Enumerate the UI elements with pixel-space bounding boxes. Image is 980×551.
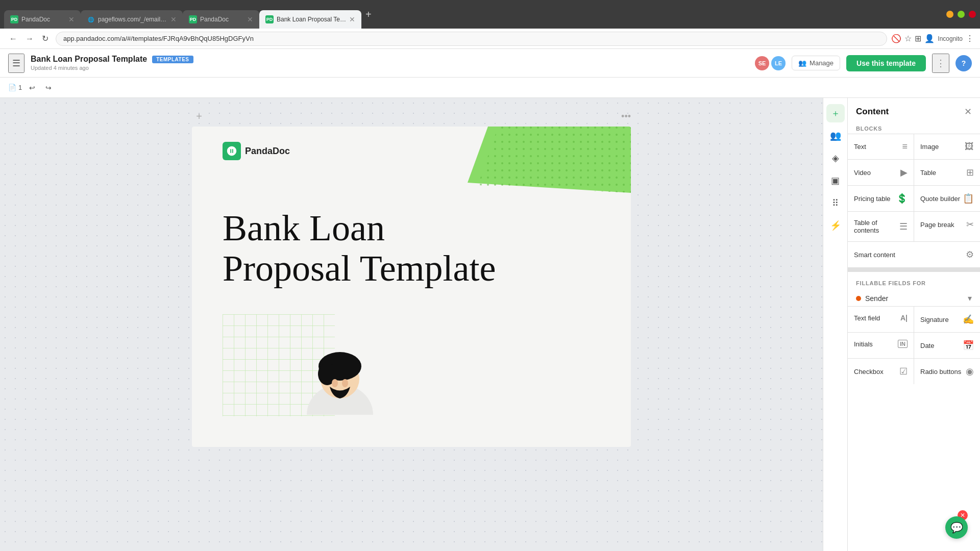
- undo-button[interactable]: ↩: [26, 82, 38, 94]
- sidebar-people-btn[interactable]: 👥: [826, 127, 845, 145]
- url-input[interactable]: [56, 32, 887, 46]
- block-item-smart-top: Smart content ⚙: [854, 249, 974, 260]
- doc-info: Bank Loan Proposal Template TEMPLATES Up…: [31, 55, 193, 71]
- svg-point-8: [342, 379, 348, 387]
- title-line1: Bank Loan: [223, 208, 385, 248]
- avatar-se[interactable]: SE: [755, 56, 769, 70]
- block-pricing-label: Pricing table: [854, 195, 891, 203]
- tab-title-3: PandaDoc: [200, 16, 244, 23]
- block-item-image[interactable]: Image 🖼: [914, 134, 980, 159]
- close-content-panel-button[interactable]: ✕: [964, 106, 972, 117]
- blocks-grid: Text ≡ Image 🖼 Video ▶: [848, 134, 980, 272]
- field-radio-label: Radio buttons: [920, 368, 961, 375]
- sender-row[interactable]: Sender ▾: [848, 290, 980, 306]
- minimize-button[interactable]: [946, 11, 953, 18]
- sidebar-icon-bar: ＋ 👥 ◈ ▣ ⠿ ⚡: [823, 98, 847, 551]
- logo-svg: [226, 145, 237, 157]
- tab-close-1[interactable]: ✕: [68, 15, 75, 23]
- block-item-toc[interactable]: Table of contents ☰: [848, 212, 914, 241]
- star-icon[interactable]: ☆: [904, 34, 912, 43]
- tab-close-3[interactable]: ✕: [247, 15, 253, 23]
- sender-label: Sender: [865, 294, 964, 303]
- field-signature-top: Signature ✍: [920, 314, 974, 325]
- redo-button[interactable]: ↪: [42, 82, 55, 94]
- sender-expand-button[interactable]: ▾: [968, 293, 972, 303]
- forward-button[interactable]: →: [22, 32, 37, 45]
- fields-grid: Text field A| Signature ✍ Initials IN: [848, 306, 980, 384]
- sidebar-shapes-btn[interactable]: ◈: [826, 149, 845, 167]
- address-icons: 🚫 ☆ ⊞ 👤 Incognito ⋮: [891, 34, 974, 43]
- block-item-smart-content[interactable]: Smart content ⚙: [848, 242, 980, 267]
- sidebar-lightning-btn[interactable]: ⚡: [826, 216, 845, 235]
- block-item-text-top: Text ≡: [854, 141, 908, 152]
- sidebar-embed-btn[interactable]: ▣: [826, 171, 845, 190]
- hamburger-menu[interactable]: ☰: [8, 54, 24, 73]
- canvas-area[interactable]: + ••• Panda: [0, 98, 823, 551]
- incognito-label: Incognito: [938, 35, 963, 42]
- field-item-initials[interactable]: Initials IN: [848, 333, 914, 358]
- avatar-group: SE LE: [755, 56, 786, 70]
- field-initials-top: Initials IN: [854, 340, 908, 348]
- browser-tab-3[interactable]: PD PandaDoc ✕: [183, 10, 259, 29]
- tab-close-4[interactable]: ✕: [349, 15, 355, 23]
- block-item-pricing-table[interactable]: Pricing table 💲: [848, 186, 914, 211]
- add-block-top-button[interactable]: +: [192, 109, 206, 123]
- sidebar-add-content-btn[interactable]: ＋: [826, 104, 845, 122]
- field-text-label: Text field: [854, 314, 880, 322]
- help-button[interactable]: ?: [955, 55, 972, 71]
- back-button[interactable]: ←: [6, 32, 20, 45]
- block-item-break-top: Page break ✂: [920, 219, 974, 230]
- sidebar-grid-btn[interactable]: ⠿: [826, 194, 845, 212]
- block-smart-icon: ⚙: [966, 249, 974, 260]
- title-line2: Proposal Template: [223, 248, 496, 289]
- menu-icon[interactable]: ⋮: [966, 34, 974, 43]
- field-item-signature[interactable]: Signature ✍: [914, 307, 980, 332]
- field-signature-icon: ✍: [963, 314, 974, 325]
- browser-tab-1[interactable]: PD PandaDoc ✕: [4, 10, 81, 29]
- close-button[interactable]: [969, 11, 976, 18]
- block-item-page-break[interactable]: Page break ✂: [914, 212, 980, 241]
- browser-chrome: PD PandaDoc ✕ 🌐 pageflows.com/_/emails/_…: [0, 0, 980, 29]
- shapes-icon: ◈: [832, 153, 839, 164]
- fillable-section-label: FILLABLE FIELDS FOR: [856, 280, 926, 286]
- page-content: PandaDoc: [192, 127, 631, 447]
- browser-tab-4[interactable]: PD Bank Loan Proposal Template ✕: [259, 10, 361, 29]
- updated-text: Updated 4 minutes ago: [31, 65, 89, 71]
- field-item-date[interactable]: Date 📅: [914, 333, 980, 358]
- browser-tab-2[interactable]: 🌐 pageflows.com/_/emails/_/7fb5... ✕: [81, 10, 183, 29]
- manage-button[interactable]: 👥 Manage: [792, 56, 840, 70]
- more-options-button[interactable]: ⋮: [932, 54, 949, 73]
- extensions-icon[interactable]: ⊞: [915, 34, 921, 43]
- field-item-radio[interactable]: Radio buttons ◉: [914, 359, 980, 384]
- profile-icon[interactable]: 👤: [924, 34, 935, 43]
- field-initials-label: Initials: [854, 340, 873, 348]
- block-item-quote-builder[interactable]: Quote builder 📋: [914, 186, 980, 211]
- block-more-options[interactable]: •••: [621, 111, 631, 122]
- block-item-text[interactable]: Text ≡: [848, 134, 914, 159]
- page-body: Bank Loan Proposal Template: [192, 188, 631, 447]
- refresh-button[interactable]: ↻: [39, 32, 52, 45]
- chat-button[interactable]: 💬: [945, 516, 968, 539]
- field-item-text-field[interactable]: Text field A|: [848, 307, 914, 332]
- block-video-icon: ▶: [900, 167, 908, 178]
- field-text-icon: A|: [900, 314, 908, 322]
- block-table-label: Table: [920, 169, 936, 177]
- use-template-button[interactable]: Use this template: [846, 55, 926, 71]
- tab-close-2[interactable]: ✕: [170, 15, 177, 23]
- templates-badge: TEMPLATES: [152, 56, 193, 63]
- new-tab-button[interactable]: +: [361, 9, 376, 20]
- maximize-button[interactable]: [958, 11, 965, 18]
- field-signature-label: Signature: [920, 316, 949, 323]
- block-image-label: Image: [920, 143, 939, 151]
- avatar-le[interactable]: LE: [771, 56, 786, 70]
- block-item-video[interactable]: Video ▶: [848, 160, 914, 185]
- block-item-table[interactable]: Table ⊞: [914, 160, 980, 185]
- field-item-checkbox[interactable]: Checkbox ☑: [848, 359, 914, 384]
- page-number: 1: [18, 84, 22, 91]
- green-blob-container: [437, 127, 631, 193]
- block-item-toc-top: Table of contents ☰: [854, 219, 908, 234]
- page-count: 📄 1: [8, 84, 22, 91]
- field-radio-top: Radio buttons ◉: [920, 366, 974, 377]
- window-controls: [946, 11, 976, 18]
- block-item-pricing-top: Pricing table 💲: [854, 193, 908, 204]
